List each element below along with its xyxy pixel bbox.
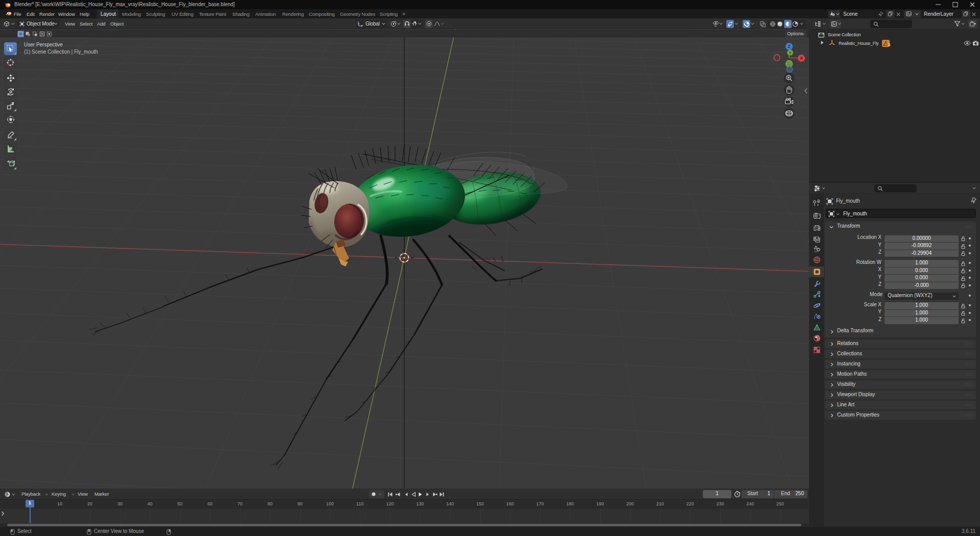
svg-text:Y: Y: [789, 51, 791, 55]
svg-text:Z: Z: [788, 44, 790, 49]
svg-text:X: X: [800, 56, 803, 61]
